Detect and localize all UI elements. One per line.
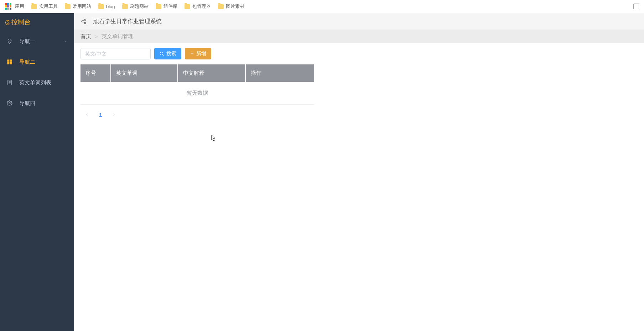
bookmark-apps[interactable]: 应用 (2, 2, 27, 11)
table-header-row: 序号 英文单词 中文解释 操作 (80, 64, 314, 82)
grid-icon (6, 59, 13, 65)
col-seq: 序号 (80, 64, 111, 82)
document-icon (6, 79, 13, 86)
app-shell: ◎控制台 导航一 导航二 英文单词列表 导航四 顽石学生日常作业管理系统 首页 … (0, 13, 644, 331)
menu-label: 导航一 (19, 38, 35, 45)
col-action: 操作 (246, 64, 314, 82)
sidebar: ◎控制台 导航一 导航二 英文单词列表 导航四 (0, 13, 74, 331)
svg-point-10 (84, 19, 86, 20)
svg-rect-2 (10, 59, 12, 62)
share-icon[interactable] (80, 18, 87, 25)
apps-grid-icon (5, 3, 11, 10)
breadcrumb-current: 英文单词管理 (102, 33, 134, 40)
controls-row: 搜索 新增 (80, 48, 638, 59)
breadcrumb-home[interactable]: 首页 (80, 33, 91, 40)
svg-point-9 (9, 103, 10, 104)
menu-label: 导航四 (19, 100, 35, 107)
gear-icon (6, 100, 13, 106)
sidebar-item-wordlist[interactable]: 英文单词列表 (0, 72, 74, 93)
bookmark-item[interactable]: 组件库 (153, 2, 180, 11)
data-table: 序号 英文单词 中文解释 操作 暂无数据 (80, 64, 314, 105)
bookmark-item[interactable]: blog (95, 2, 118, 11)
search-button[interactable]: 搜索 (154, 48, 181, 59)
bookmark-item[interactable]: 实用工具 (28, 2, 61, 11)
content-area: 搜索 新增 序号 英文单词 中文解释 操作 (74, 43, 644, 331)
search-input[interactable] (80, 48, 151, 59)
folder-icon (98, 4, 104, 9)
svg-line-16 (163, 55, 164, 56)
bookmark-label: 包管理器 (192, 3, 211, 10)
bookmark-label: 组件库 (163, 3, 177, 10)
col-chinese: 中文解释 (178, 64, 246, 82)
sidebar-header: ◎控制台 (0, 13, 74, 31)
svg-rect-3 (7, 62, 9, 64)
bookmark-item[interactable]: 常用网站 (62, 2, 94, 11)
empty-row: 暂无数据 (80, 82, 314, 105)
bookmark-item[interactable]: 刷题网站 (119, 2, 151, 11)
plus-icon (190, 52, 194, 56)
svg-point-15 (160, 52, 163, 55)
menu-label: 导航二 (19, 59, 35, 65)
page-number[interactable]: 1 (99, 112, 102, 118)
search-icon (159, 51, 164, 56)
app-title: 顽石学生日常作业管理系统 (93, 18, 162, 25)
bookmark-overflow[interactable] (630, 2, 642, 11)
folder-icon (185, 4, 190, 9)
sidebar-item-nav1[interactable]: 导航一 (0, 31, 74, 52)
bookmark-item[interactable]: 包管理器 (182, 2, 214, 11)
svg-line-13 (83, 20, 85, 21)
folder-icon (122, 4, 128, 9)
page-next-button[interactable] (110, 110, 118, 119)
svg-rect-4 (10, 62, 12, 64)
folder-icon (156, 4, 161, 9)
folder-icon (218, 4, 224, 9)
main-area: 顽石学生日常作业管理系统 首页 > 英文单词管理 搜索 新增 (74, 13, 644, 331)
pagination: 1 (80, 105, 638, 125)
svg-rect-1 (7, 59, 9, 62)
page-prev-button[interactable] (83, 110, 91, 119)
overflow-icon (633, 4, 639, 9)
sidebar-item-nav4[interactable]: 导航四 (0, 93, 74, 114)
bookmark-apps-label: 应用 (15, 3, 24, 10)
sidebar-header-label: 控制台 (11, 18, 31, 26)
bookmark-item[interactable]: 图片素材 (215, 2, 247, 11)
folder-icon (31, 4, 37, 9)
logo-icon: ◎ (5, 18, 11, 26)
location-icon (6, 38, 13, 44)
menu-label: 英文单词列表 (19, 79, 51, 86)
topbar: 顽石学生日常作业管理系统 (74, 13, 644, 30)
empty-text: 暂无数据 (80, 82, 314, 105)
bookmark-label: 刷题网站 (130, 3, 149, 10)
svg-point-0 (9, 40, 10, 41)
chevron-down-icon (63, 38, 68, 44)
bookmark-label: 图片素材 (226, 3, 244, 10)
folder-icon (65, 4, 71, 9)
add-button[interactable]: 新增 (185, 48, 211, 59)
col-english: 英文单词 (111, 64, 178, 82)
search-button-label: 搜索 (166, 51, 176, 57)
bookmark-label: blog (106, 4, 115, 9)
svg-point-11 (82, 21, 83, 22)
bookmark-label: 实用工具 (39, 3, 58, 10)
svg-line-14 (83, 22, 85, 23)
breadcrumb-sep: > (95, 33, 98, 40)
sidebar-item-nav2[interactable]: 导航二 (0, 52, 74, 72)
breadcrumb: 首页 > 英文单词管理 (74, 30, 644, 43)
svg-point-12 (84, 22, 86, 24)
bookmark-label: 常用网站 (73, 3, 91, 10)
add-button-label: 新增 (196, 51, 206, 57)
browser-bookmark-bar: 应用 实用工具 常用网站 blog 刷题网站 组件库 包管理器 图片素材 (0, 0, 644, 13)
